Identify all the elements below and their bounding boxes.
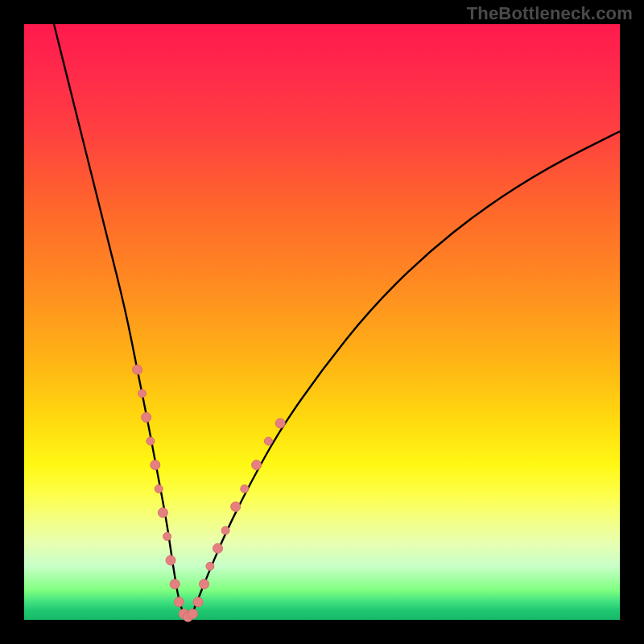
- curve-marker: [193, 597, 203, 607]
- chart-frame: TheBottleneck.com: [0, 0, 644, 644]
- curve-marker: [147, 437, 155, 445]
- curve-marker: [252, 460, 262, 470]
- curve-marker: [151, 460, 160, 470]
- curve-marker: [213, 543, 223, 553]
- curve-marker: [275, 419, 285, 428]
- curve-marker: [200, 580, 209, 589]
- plot-area: [24, 24, 620, 620]
- curve-marker: [170, 580, 180, 589]
- curve-marker: [158, 508, 167, 518]
- curve-marker: [221, 526, 229, 535]
- curve-marker: [241, 485, 249, 493]
- curve-marker: [231, 502, 241, 511]
- bottleneck-curve: [54, 24, 620, 617]
- curve-marker: [133, 365, 142, 374]
- curve-marker: [166, 555, 175, 565]
- watermark-text: TheBottleneck.com: [467, 3, 633, 24]
- curve-marker: [163, 532, 171, 540]
- curve-marker: [174, 597, 184, 607]
- curve-marker: [142, 412, 151, 422]
- curve-markers: [133, 365, 286, 621]
- chart-svg: [24, 24, 620, 620]
- curve-marker: [264, 437, 272, 445]
- curve-marker: [206, 562, 214, 570]
- curve-marker: [138, 390, 147, 398]
- curve-marker: [188, 609, 197, 619]
- curve-marker: [155, 485, 163, 493]
